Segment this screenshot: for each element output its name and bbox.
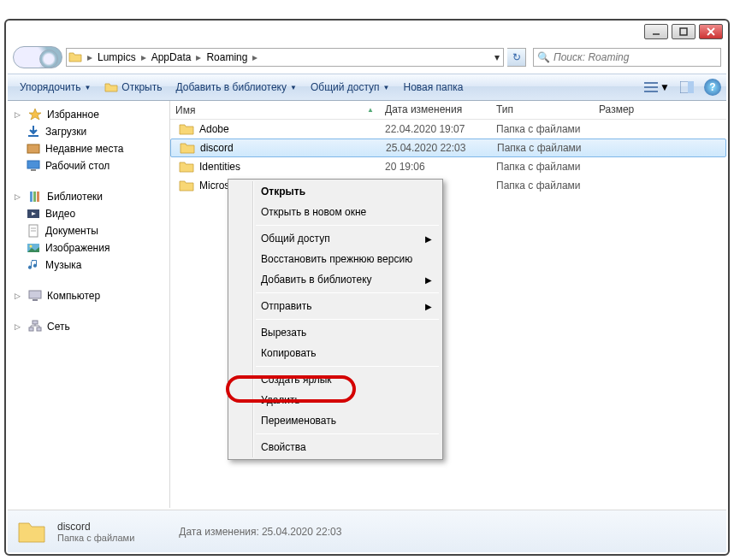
breadcrumb-segment[interactable]: AppData	[148, 49, 195, 66]
network-icon	[28, 320, 42, 333]
status-date: Дата изменения: 25.04.2020 22:03	[179, 526, 341, 538]
ctx-restore[interactable]: Восстановить прежнюю версию	[230, 249, 441, 269]
status-text: discord Папка с файлами	[57, 521, 134, 543]
column-name[interactable]: Имя▲	[170, 101, 380, 119]
breadcrumb-segment[interactable]: Roaming	[203, 49, 251, 66]
close-button[interactable]	[699, 24, 723, 39]
help-button[interactable]: ?	[704, 79, 721, 96]
sidebar-item-pictures[interactable]: Изображения	[9, 239, 168, 256]
desktop-icon	[27, 159, 40, 173]
svg-rect-11	[27, 161, 39, 168]
address-row: ▸ Lumpics ▸ AppData ▸ Roaming ▸ ▾ ↻ 🔍	[13, 44, 721, 70]
sort-indicator-icon: ▲	[367, 106, 374, 114]
search-input[interactable]	[553, 51, 717, 63]
column-type[interactable]: Тип	[491, 101, 594, 119]
downloads-icon	[27, 125, 40, 139]
svg-rect-5	[644, 86, 658, 88]
video-icon	[27, 207, 40, 221]
preview-pane-button[interactable]	[675, 80, 699, 95]
ctx-add-lib[interactable]: Добавить в библиотеку▶	[230, 269, 441, 290]
chevron-right-icon[interactable]: ▸	[86, 51, 94, 63]
ctx-shortcut[interactable]: Создать ярлык	[230, 369, 441, 390]
svg-rect-1	[680, 28, 687, 35]
svg-rect-15	[37, 192, 39, 202]
chevron-right-icon: ▶	[425, 234, 432, 244]
ctx-properties[interactable]: Свойства	[230, 437, 441, 457]
svg-rect-22	[29, 291, 41, 298]
open-button[interactable]: Открыть	[98, 78, 169, 97]
ctx-separator	[256, 225, 439, 226]
ctx-cut[interactable]: Вырезать	[230, 322, 441, 343]
back-forward-buttons[interactable]	[13, 46, 62, 68]
ctx-separator	[256, 319, 439, 320]
favorites-header[interactable]: ▷Избранное	[9, 106, 168, 123]
share-button[interactable]: Общий доступ▼	[304, 79, 397, 96]
preview-icon	[680, 81, 694, 93]
folder-large-icon	[16, 516, 47, 547]
svg-rect-10	[27, 144, 39, 153]
sidebar-item-recent[interactable]: Недавние места	[9, 140, 168, 157]
table-row[interactable]: Adobe 22.04.2020 19:07 Папка с файлами	[170, 120, 726, 139]
svg-rect-25	[37, 327, 41, 331]
ctx-copy[interactable]: Копировать	[230, 343, 441, 363]
folder-icon	[179, 179, 194, 192]
ctx-separator	[256, 292, 439, 293]
music-icon	[27, 258, 40, 272]
folder-icon	[68, 50, 82, 64]
open-folder-icon	[104, 80, 118, 94]
new-folder-button[interactable]: Новая папка	[396, 79, 470, 96]
svg-rect-24	[29, 327, 33, 331]
ctx-share[interactable]: Общий доступ▶	[230, 228, 441, 249]
column-date[interactable]: Дата изменения	[380, 101, 491, 119]
column-headers: Имя▲ Дата изменения Тип Размер	[170, 101, 726, 120]
maximize-button[interactable]	[672, 24, 696, 39]
ctx-open-new[interactable]: Открыть в новом окне	[230, 202, 441, 222]
ctx-delete[interactable]: Удалить	[230, 390, 441, 410]
svg-point-21	[30, 245, 33, 248]
computer-icon	[28, 289, 42, 303]
search-icon: 🔍	[537, 51, 550, 63]
add-to-library-button[interactable]: Добавить в библиотеку▼	[169, 79, 303, 96]
ctx-rename[interactable]: Переименовать	[230, 410, 441, 431]
breadcrumb-segment[interactable]: Lumpics	[94, 49, 139, 66]
svg-rect-4	[644, 82, 658, 84]
minimize-button[interactable]	[644, 24, 668, 39]
sidebar-item-desktop[interactable]: Рабочий стол	[9, 157, 168, 174]
address-bar[interactable]: ▸ Lumpics ▸ AppData ▸ Roaming ▸ ▾	[66, 48, 504, 67]
libraries-header[interactable]: ▷Библиотеки	[9, 188, 168, 205]
table-row[interactable]: Identities 20 19:06 Папка с файлами	[170, 157, 726, 176]
chevron-right-icon[interactable]: ▸	[251, 51, 259, 63]
pictures-icon	[27, 241, 40, 255]
sidebar-item-documents[interactable]: Документы	[9, 222, 168, 239]
recent-icon	[27, 142, 40, 156]
libraries-icon	[28, 190, 42, 203]
context-menu: Открыть Открыть в новом окне Общий досту…	[228, 179, 443, 460]
column-size[interactable]: Размер	[594, 101, 726, 119]
navigation-pane: ▷Избранное Загрузки Недавние места Рабоч…	[8, 101, 170, 508]
details-pane: discord Папка с файлами Дата изменения: …	[8, 510, 726, 552]
svg-rect-9	[28, 135, 38, 137]
chevron-right-icon[interactable]: ▸	[139, 51, 148, 63]
refresh-button[interactable]: ↻	[507, 48, 526, 67]
organize-button[interactable]: Упорядочить▼	[13, 79, 98, 96]
svg-rect-8	[688, 81, 694, 93]
chevron-down-icon[interactable]: ▾	[493, 51, 501, 63]
toolbar: Упорядочить▼ Открыть Добавить в библиоте…	[8, 74, 726, 101]
table-row-selected[interactable]: discord 25.04.2020 22:03 Папка с файлами	[170, 139, 726, 157]
chevron-right-icon: ▶	[425, 302, 432, 311]
ctx-separator	[256, 433, 439, 434]
star-icon	[28, 108, 42, 121]
sidebar-item-video[interactable]: Видео	[9, 205, 168, 222]
network-header[interactable]: ▷Сеть	[9, 318, 168, 335]
chevron-right-icon: ▶	[425, 275, 432, 285]
ctx-send-to[interactable]: Отправить▶	[230, 296, 441, 316]
ctx-open[interactable]: Открыть	[230, 181, 441, 202]
view-options-button[interactable]: ▼	[639, 80, 675, 95]
svg-rect-14	[33, 192, 36, 202]
search-box[interactable]: 🔍	[533, 48, 721, 67]
chevron-right-icon[interactable]: ▸	[194, 51, 203, 63]
svg-rect-12	[31, 169, 36, 171]
sidebar-item-music[interactable]: Музыка	[9, 256, 168, 274]
computer-header[interactable]: ▷Компьютер	[9, 287, 168, 304]
sidebar-item-downloads[interactable]: Загрузки	[9, 123, 168, 140]
